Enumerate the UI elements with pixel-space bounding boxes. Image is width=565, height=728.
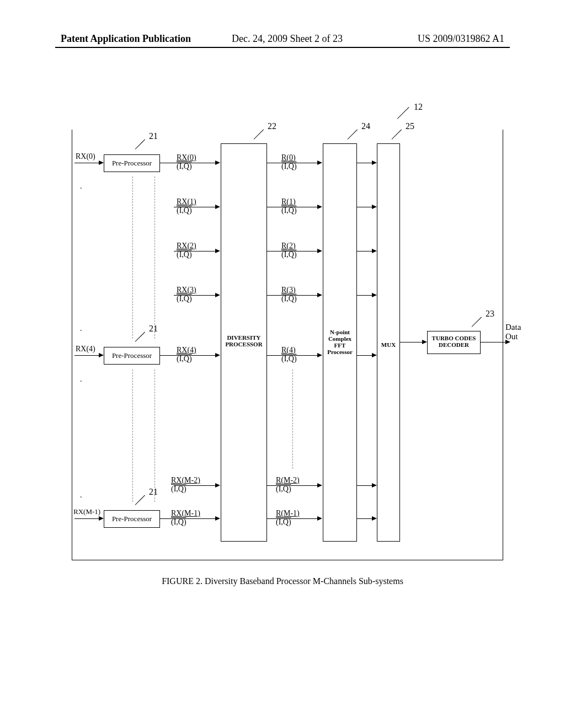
arrow-head-icon bbox=[99, 160, 104, 165]
label-data-out: Data Out bbox=[505, 323, 521, 341]
vertical-ellipsis bbox=[132, 176, 133, 339]
mux-label: MUX bbox=[377, 341, 399, 348]
arrow-head-icon bbox=[215, 205, 220, 209]
fft-processor-block: N-point Complex FFT Processor bbox=[323, 143, 357, 542]
header-mid: Dec. 24, 2009 Sheet 2 of 23 bbox=[232, 33, 343, 45]
header-rule bbox=[55, 47, 510, 48]
signal-r4-iq: R(4)(I,Q) bbox=[281, 346, 297, 363]
arrow-head-icon bbox=[317, 516, 322, 521]
arrow-head-icon bbox=[317, 293, 322, 297]
signal-r2-iq: R(2)(I,Q) bbox=[281, 242, 297, 259]
preprocessor-block-4: Pre-Processor bbox=[104, 347, 160, 365]
arrow-head-icon bbox=[372, 353, 377, 357]
signal-rx0-iq: RX(0)(I,Q) bbox=[177, 153, 196, 171]
arrow-head-icon bbox=[317, 353, 322, 357]
arrow bbox=[481, 342, 508, 342]
decoder-label-2: DECODER bbox=[428, 341, 480, 348]
arrow bbox=[160, 518, 218, 519]
arrow-head-icon bbox=[372, 516, 377, 521]
arrow bbox=[174, 251, 218, 251]
header-left: Patent Application Publication bbox=[61, 33, 191, 45]
ellipsis-dot: . bbox=[80, 375, 82, 384]
signal-rxm1-iq: RX(M-1)(I,Q) bbox=[171, 509, 200, 527]
ref-21c: 21 bbox=[149, 487, 158, 497]
fft-label-3: FFT bbox=[323, 342, 356, 349]
mux-block: MUX bbox=[377, 143, 400, 542]
signal-rx4-iq: RX(4)(I,Q) bbox=[177, 346, 196, 363]
signal-rx1-iq: RX(1)(I,Q) bbox=[177, 197, 196, 215]
arrow-head-icon bbox=[317, 249, 322, 253]
arrow bbox=[174, 207, 218, 207]
arrow bbox=[267, 251, 320, 251]
arrow-head-icon bbox=[99, 353, 104, 357]
fft-label-2: Complex bbox=[323, 335, 356, 342]
arrow-head-icon bbox=[317, 205, 322, 209]
ref-23: 23 bbox=[486, 309, 494, 319]
preprocessor-block-m1: Pre-Processor bbox=[104, 510, 160, 528]
arrow bbox=[400, 342, 425, 342]
signal-r0-iq: R(0)(I,Q) bbox=[281, 153, 297, 171]
arrow bbox=[267, 485, 320, 486]
label-rx4-in: RX(4) bbox=[76, 345, 95, 354]
figure-caption: FIGURE 2. Diversity Baseband Processor M… bbox=[0, 576, 565, 586]
diversity-processor-block: DIVERSITY PROCESSOR bbox=[221, 143, 267, 542]
arrow-head-icon bbox=[215, 483, 220, 488]
arrow bbox=[267, 295, 320, 296]
arrow-head-icon bbox=[372, 160, 377, 165]
ref-21b: 21 bbox=[149, 324, 158, 334]
diversity-label-1: DIVERSITY bbox=[221, 334, 266, 341]
ellipsis-dot: . bbox=[80, 324, 82, 333]
ref-21a: 21 bbox=[149, 131, 158, 141]
arrow bbox=[174, 485, 218, 486]
fft-label-1: N-point bbox=[323, 329, 356, 335]
ref-12: 12 bbox=[414, 102, 423, 112]
arrow-head-icon bbox=[317, 160, 322, 165]
preprocessor-block-0: Pre-Processor bbox=[104, 154, 160, 172]
vertical-ellipsis bbox=[292, 370, 293, 469]
arrow bbox=[74, 518, 102, 519]
arrow-head-icon bbox=[372, 483, 377, 488]
signal-rm1-iq: R(M-1)(I,Q) bbox=[276, 509, 300, 527]
vertical-ellipsis bbox=[132, 370, 133, 502]
arrow-head-icon bbox=[372, 249, 377, 253]
diversity-label-2: PROCESSOR bbox=[221, 341, 266, 347]
signal-rx2-iq: RX(2)(I,Q) bbox=[177, 242, 196, 259]
turbo-decoder-block: TURBO CODES DECODER bbox=[427, 331, 481, 354]
arrow-head-icon bbox=[422, 340, 427, 344]
vertical-ellipsis bbox=[154, 176, 155, 339]
arrow-head-icon bbox=[215, 160, 220, 165]
leader-12 bbox=[397, 107, 409, 119]
arrow-head-icon bbox=[215, 249, 220, 253]
decoder-label-1: TURBO CODES bbox=[428, 335, 480, 341]
ref-24: 24 bbox=[361, 121, 370, 131]
arrow-head-icon bbox=[372, 293, 377, 297]
arrow bbox=[74, 163, 102, 163]
arrow-head-icon bbox=[99, 516, 104, 521]
label-rxm1-in: RX(M-1) bbox=[73, 507, 100, 516]
arrow-head-icon bbox=[317, 483, 322, 488]
signal-r3-iq: R(3)(I,Q) bbox=[281, 286, 297, 303]
arrow bbox=[160, 355, 218, 356]
signal-rm2-iq: R(M-2)(I,Q) bbox=[276, 476, 300, 494]
signal-rx3-iq: RX(3)(I,Q) bbox=[177, 286, 196, 303]
ref-25: 25 bbox=[406, 121, 414, 131]
signal-rxm2-iq: RX(M-2)(I,Q) bbox=[171, 476, 200, 494]
arrow bbox=[74, 355, 102, 356]
ellipsis-dot: . bbox=[80, 182, 82, 191]
arrow-head-icon bbox=[215, 516, 220, 521]
ref-22: 22 bbox=[268, 121, 276, 131]
header-right: US 2009/0319862 A1 bbox=[418, 33, 504, 45]
arrow bbox=[160, 163, 218, 163]
arrow-head-icon bbox=[215, 293, 220, 297]
arrow bbox=[267, 207, 320, 207]
arrow bbox=[174, 295, 218, 296]
ellipsis-dot: . bbox=[80, 491, 82, 500]
arrow bbox=[267, 355, 320, 356]
fft-label-4: Processor bbox=[323, 349, 356, 355]
label-rx0-in: RX(0) bbox=[76, 152, 95, 161]
arrow-head-icon bbox=[372, 205, 377, 209]
arrow bbox=[267, 163, 320, 163]
signal-r1-iq: R(1)(I,Q) bbox=[281, 197, 297, 215]
figure-diagram: 12 RX(0) Pre-Processor 21 RX(4) Pre-Proc… bbox=[72, 110, 502, 552]
arrow-head-icon bbox=[215, 353, 220, 357]
